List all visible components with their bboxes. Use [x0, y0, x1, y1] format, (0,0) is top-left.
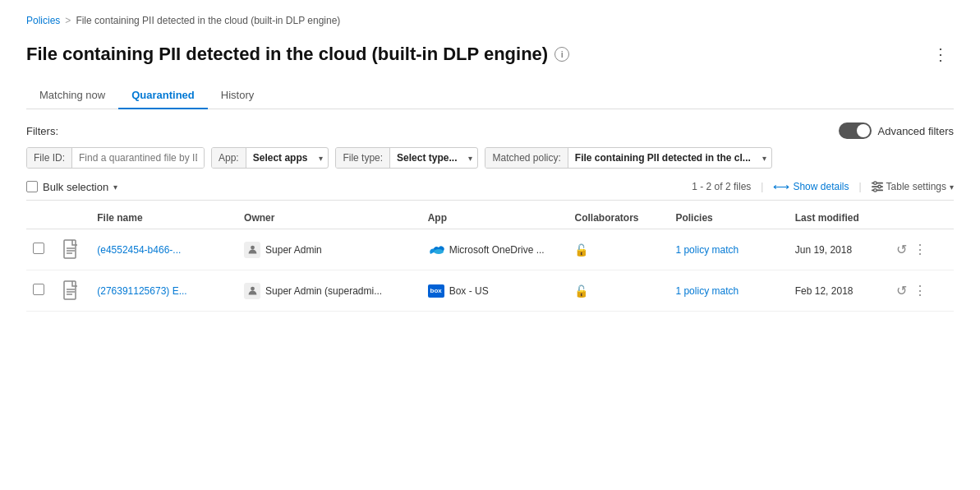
page-title-text: File containing PII detected in the clou…: [26, 44, 548, 65]
table-settings-button[interactable]: Table settings ▾: [872, 181, 954, 192]
info-icon[interactable]: i: [554, 47, 569, 62]
owner-name: Super Admin: [265, 244, 322, 256]
file-type-label: File type:: [336, 148, 390, 168]
row-actions: ↺ ⋮: [896, 242, 947, 257]
app-cell: box Box - US: [428, 284, 562, 298]
app-filter-value: Select apps: [246, 148, 315, 168]
policy-match[interactable]: 1 policy match: [675, 285, 738, 297]
advanced-filters-label: Advanced filters: [878, 125, 955, 137]
filter-file-type[interactable]: File type: Select type... ▾: [335, 147, 478, 169]
table-settings-icon: [872, 181, 883, 192]
advanced-filters-toggle[interactable]: [839, 122, 872, 139]
svg-point-10: [251, 246, 255, 250]
owner-cell: Super Admin: [244, 242, 415, 258]
tab-matching-now[interactable]: Matching now: [26, 82, 118, 109]
table-header-row: File name Owner App Collaborators Polici…: [26, 207, 954, 229]
row-checkbox[interactable]: [33, 284, 44, 295]
breadcrumb: Policies > File containing PII detected …: [26, 15, 954, 26]
col-header-lastmod: Last modified: [789, 207, 890, 229]
show-details-label: Show details: [793, 181, 849, 192]
file-icon: [61, 238, 81, 261]
app-name: Box - US: [449, 285, 489, 297]
matched-policy-arrow: ▾: [757, 150, 771, 167]
row-checkbox[interactable]: [33, 243, 44, 254]
separator1: |: [761, 181, 763, 192]
col-header-collaborators: Collaborators: [568, 207, 669, 229]
table-row: (e4552454-b466-... Super Admin Microsoft…: [26, 229, 954, 270]
table-settings-label: Table settings: [886, 181, 946, 192]
filter-chips: File ID: App: Select apps ▾ File type: S…: [26, 147, 954, 169]
bulk-selection-chevron: ▾: [113, 183, 117, 192]
tabs: Matching now Quarantined History: [26, 82, 954, 109]
col-header-actions: [890, 207, 954, 229]
svg-point-4: [877, 185, 881, 188]
col-header-checkbox: [26, 207, 54, 229]
bulk-selection-label: Bulk selection: [43, 181, 108, 193]
restore-icon[interactable]: ↺: [896, 283, 907, 298]
table-row: (276391125673) E... Super Admin (superad…: [26, 270, 954, 312]
app-name: Microsoft OneDrive ...: [449, 244, 545, 256]
col-header-file-icon: [54, 207, 91, 229]
policy-match[interactable]: 1 policy match: [675, 244, 738, 256]
show-details-button[interactable]: ⟷ Show details: [773, 180, 849, 193]
owner-icon: [244, 283, 260, 299]
file-name[interactable]: (276391125673) E...: [97, 285, 186, 297]
col-header-policies: Policies: [669, 207, 788, 229]
page-header: File containing PII detected in the clou…: [26, 41, 954, 67]
col-header-app: App: [421, 207, 568, 229]
restore-icon[interactable]: ↺: [896, 242, 907, 257]
row-more-icon[interactable]: ⋮: [913, 283, 927, 298]
app-cell: Microsoft OneDrive ...: [428, 243, 562, 257]
page-more-icon[interactable]: ⋮: [927, 41, 954, 67]
lock-icon: 🔓: [574, 284, 588, 298]
file-type-value: Select type...: [390, 148, 463, 168]
app-filter-label: App:: [212, 148, 246, 168]
filters-label: Filters:: [26, 125, 58, 137]
page-title: File containing PII detected in the clou…: [26, 44, 569, 65]
col-header-owner: Owner: [237, 207, 421, 229]
svg-point-11: [434, 249, 444, 254]
table-toolbar: Bulk selection ▾ 1 - 2 of 2 files | ⟷ Sh…: [26, 180, 954, 201]
svg-rect-6: [64, 240, 76, 258]
svg-rect-12: [64, 281, 76, 299]
show-details-icon: ⟷: [773, 180, 789, 193]
col-header-filename: File name: [90, 207, 237, 229]
last-modified: Jun 19, 2018: [795, 244, 852, 256]
row-actions: ↺ ⋮: [896, 283, 947, 298]
advanced-filters: Advanced filters: [839, 122, 955, 139]
box-icon: box: [428, 284, 444, 298]
filters-row: Filters: Advanced filters: [26, 122, 954, 139]
svg-point-16: [251, 287, 255, 291]
filter-matched-policy[interactable]: Matched policy: File containing PII dete…: [485, 147, 771, 169]
breadcrumb-current: File containing PII detected in the clou…: [76, 15, 340, 26]
main-table: File name Owner App Collaborators Polici…: [26, 207, 954, 312]
breadcrumb-separator: >: [65, 15, 71, 26]
owner-icon: [244, 242, 260, 258]
svg-point-5: [873, 189, 876, 192]
matched-policy-label: Matched policy:: [485, 148, 568, 168]
file-id-input[interactable]: [72, 148, 204, 168]
last-modified: Feb 12, 2018: [795, 285, 853, 297]
table-settings-chevron: ▾: [950, 183, 954, 192]
tab-history[interactable]: History: [208, 82, 267, 109]
bulk-selection[interactable]: Bulk selection ▾: [26, 181, 117, 193]
breadcrumb-parent[interactable]: Policies: [26, 15, 60, 26]
file-icon: [61, 279, 81, 302]
lock-icon: 🔓: [574, 243, 588, 257]
filter-file-id: File ID:: [26, 147, 205, 169]
onedrive-icon: [428, 243, 444, 257]
owner-cell: Super Admin (superadmi...: [244, 283, 415, 299]
filter-app[interactable]: App: Select apps ▾: [211, 147, 329, 169]
file-id-label: File ID:: [27, 148, 72, 168]
files-count: 1 - 2 of 2 files: [692, 181, 751, 192]
separator2: |: [858, 181, 861, 192]
row-more-icon[interactable]: ⋮: [913, 242, 927, 257]
file-name[interactable]: (e4552454-b466-...: [97, 244, 181, 256]
bulk-checkbox[interactable]: [26, 181, 38, 192]
app-filter-arrow: ▾: [314, 150, 328, 167]
file-type-arrow: ▾: [463, 150, 477, 167]
tab-quarantined[interactable]: Quarantined: [118, 82, 208, 109]
table-actions: 1 - 2 of 2 files | ⟷ Show details | Tabl…: [692, 180, 954, 193]
owner-name: Super Admin (superadmi...: [265, 285, 382, 297]
svg-point-3: [873, 182, 876, 185]
